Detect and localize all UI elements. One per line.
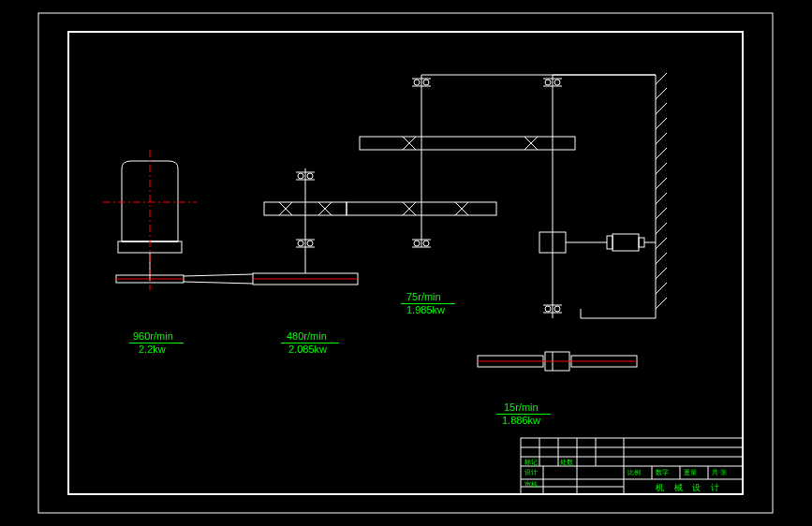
svg-line-85 xyxy=(656,298,667,309)
svg-point-16 xyxy=(307,173,313,179)
tb-cell: 审核 xyxy=(524,481,538,488)
svg-rect-1 xyxy=(68,32,743,494)
svg-rect-58 xyxy=(613,234,639,251)
svg-line-75 xyxy=(656,148,667,159)
svg-line-77 xyxy=(656,178,667,189)
svg-line-74 xyxy=(656,133,667,144)
tb-cell: 设计 xyxy=(524,469,538,475)
svg-point-52 xyxy=(545,306,551,312)
stage1-power: 2.2kw xyxy=(139,344,166,355)
stage3-speed: 75r/min xyxy=(406,292,441,302)
ground-symbol xyxy=(421,73,667,318)
svg-line-71 xyxy=(656,88,667,99)
stage3-power: 1.985kw xyxy=(406,305,445,315)
tb-cell: 重量 xyxy=(684,469,697,475)
stage1-speed: 960r/min xyxy=(133,331,173,342)
svg-line-73 xyxy=(656,118,667,129)
svg-rect-59 xyxy=(639,238,644,247)
tb-cell: 数字 xyxy=(656,469,669,475)
svg-point-20 xyxy=(307,241,313,246)
tb-cell: 共 张 xyxy=(712,469,727,475)
svg-point-34 xyxy=(423,241,429,246)
svg-point-19 xyxy=(298,241,303,246)
tb-title: 机 械 设 计 xyxy=(656,484,723,492)
svg-line-70 xyxy=(656,73,667,84)
svg-line-12 xyxy=(184,282,253,284)
drawing xyxy=(0,0,812,526)
svg-rect-57 xyxy=(607,236,613,249)
tb-cell: 处数 xyxy=(560,459,573,465)
svg-line-79 xyxy=(656,208,667,219)
stage2-power: 2.085kw xyxy=(288,344,327,355)
svg-point-30 xyxy=(423,80,429,85)
svg-line-72 xyxy=(656,103,667,114)
svg-point-33 xyxy=(414,241,420,246)
svg-line-82 xyxy=(656,253,667,264)
cad-canvas: 960r/min 2.2kw 480r/min 2.085kw 75r/min … xyxy=(0,0,812,526)
svg-point-48 xyxy=(545,80,551,85)
stage2-speed: 480r/min xyxy=(287,331,327,342)
svg-line-84 xyxy=(656,283,667,294)
svg-line-11 xyxy=(184,274,253,276)
stage4-power: 1.886kw xyxy=(502,416,540,426)
svg-line-80 xyxy=(656,223,667,234)
svg-point-49 xyxy=(554,80,560,85)
stage4-speed: 15r/min xyxy=(504,402,539,413)
svg-point-15 xyxy=(298,173,303,179)
svg-line-76 xyxy=(656,163,667,174)
svg-line-78 xyxy=(656,193,667,204)
tb-cell: 标记 xyxy=(524,459,538,465)
svg-point-53 xyxy=(554,306,560,312)
svg-line-81 xyxy=(656,238,667,249)
tb-cell: 比例 xyxy=(627,469,641,475)
svg-point-29 xyxy=(414,80,420,85)
svg-rect-36 xyxy=(360,137,575,150)
svg-line-83 xyxy=(656,268,667,279)
